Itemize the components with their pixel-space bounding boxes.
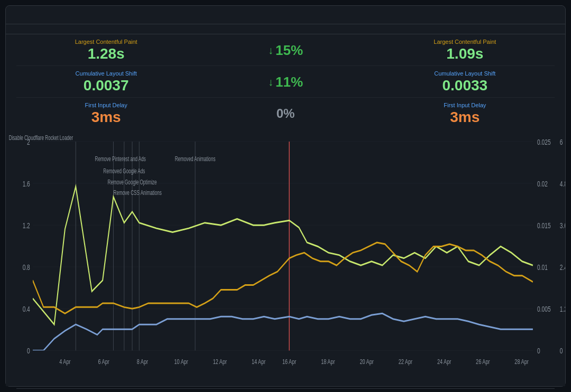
- svg-text:8 Apr: 8 Apr: [137, 358, 148, 366]
- svg-text:0: 0: [560, 347, 563, 356]
- metric-value-latest-1: 0.0033: [375, 78, 555, 94]
- metric-change-1: ↓11%: [196, 66, 375, 97]
- vitals-chart: 2 1.6 1.2 0.8 0.4 0 0.025 0.02 0.015 0.0…: [6, 134, 565, 386]
- svg-text:28 Apr: 28 Apr: [514, 358, 529, 366]
- metric-change-0: ↓15%: [196, 34, 375, 66]
- metric-row-1: Cumulative Layout Shift 0.0037 ↓11% Cumu…: [16, 66, 555, 98]
- svg-text:0.01: 0.01: [537, 263, 548, 273]
- svg-text:10 Apr: 10 Apr: [174, 358, 188, 366]
- svg-text:0: 0: [537, 347, 540, 356]
- svg-text:22 Apr: 22 Apr: [399, 358, 413, 366]
- change-column-header: [196, 30, 375, 31]
- previous-column-header: [16, 30, 196, 31]
- metric-name-prev-1: Cumulative Layout Shift: [16, 70, 196, 77]
- svg-text:1.6: 1.6: [23, 179, 30, 189]
- svg-text:0: 0: [27, 347, 30, 356]
- metric-value-prev-2: 3ms: [16, 109, 196, 126]
- svg-text:14 Apr: 14 Apr: [252, 358, 266, 366]
- svg-text:16 Apr: 16 Apr: [282, 358, 297, 366]
- metric-row-2: First Input Delay 3ms 0% First Input Del…: [16, 98, 555, 129]
- metric-previous-1: Cumulative Layout Shift 0.0037: [16, 66, 196, 97]
- svg-text:4 Apr: 4 Apr: [59, 358, 70, 366]
- metric-value-prev-1: 0.0037: [16, 78, 196, 94]
- svg-text:6 Apr: 6 Apr: [98, 358, 109, 366]
- svg-text:0.025: 0.025: [537, 137, 550, 147]
- svg-text:18 Apr: 18 Apr: [321, 358, 335, 366]
- svg-text:1.2: 1.2: [560, 305, 565, 314]
- metric-latest-1: Cumulative Layout Shift 0.0033: [375, 66, 555, 97]
- svg-text:26 Apr: 26 Apr: [476, 358, 490, 366]
- svg-text:Removed Animations: Removed Animations: [175, 156, 216, 163]
- svg-text:12 Apr: 12 Apr: [213, 358, 227, 366]
- svg-text:2.4: 2.4: [560, 263, 565, 273]
- svg-text:Remove Pinterest and Ads: Remove Pinterest and Ads: [95, 156, 146, 163]
- metric-change-2: 0%: [196, 98, 375, 129]
- metric-previous-2: First Input Delay 3ms: [16, 98, 196, 129]
- svg-text:0.015: 0.015: [537, 221, 550, 230]
- metric-value-prev-0: 1.28s: [16, 46, 196, 62]
- metric-name-latest-0: Largest Contentful Paint: [375, 39, 555, 45]
- svg-text:0.02: 0.02: [537, 179, 548, 189]
- metric-latest-0: Largest Contentful Paint 1.09s: [375, 34, 555, 66]
- svg-text:20 Apr: 20 Apr: [360, 358, 374, 366]
- svg-text:6: 6: [560, 137, 563, 147]
- svg-text:Remove Google Optimize: Remove Google Optimize: [108, 179, 157, 185]
- vitals-panel: Largest Contentful Paint 1.28s ↓15% Larg…: [5, 5, 566, 387]
- svg-text:24 Apr: 24 Apr: [437, 358, 452, 366]
- svg-text:4.8: 4.8: [560, 179, 565, 189]
- metrics-section: Largest Contentful Paint 1.28s ↓15% Larg…: [16, 34, 555, 128]
- panel-header: [16, 15, 555, 17]
- metric-name-latest-1: Cumulative Layout Shift: [375, 70, 555, 77]
- svg-text:0.4: 0.4: [23, 305, 30, 314]
- chart-area: 2 1.6 1.2 0.8 0.4 0 0.025 0.02 0.015 0.0…: [6, 128, 565, 386]
- svg-text:0.005: 0.005: [537, 305, 550, 314]
- svg-text:1.2: 1.2: [23, 221, 30, 230]
- svg-text:Disable Cloudflare Rocket Load: Disable Cloudflare Rocket Loader: [9, 135, 73, 142]
- svg-text:0.8: 0.8: [23, 263, 30, 273]
- metric-latest-2: First Input Delay 3ms: [375, 98, 555, 129]
- metric-value-latest-0: 1.09s: [375, 46, 555, 62]
- columns-header: [6, 24, 565, 34]
- chart-legend: Largest Contentful Paint (RUM) Cumulativ…: [16, 388, 555, 392]
- metric-previous-0: Largest Contentful Paint 1.28s: [16, 34, 196, 66]
- latest-column-header: [375, 30, 555, 31]
- svg-text:3.6: 3.6: [560, 221, 565, 230]
- metric-name-prev-0: Largest Contentful Paint: [16, 39, 196, 45]
- metric-name-prev-2: First Input Delay: [16, 102, 196, 108]
- svg-text:Removed Google Ads: Removed Google Ads: [103, 167, 145, 174]
- metric-value-latest-2: 3ms: [375, 109, 555, 126]
- metric-name-latest-2: First Input Delay: [375, 102, 555, 108]
- svg-text:Remove CSS Animations: Remove CSS Animations: [114, 190, 162, 197]
- metric-row-0: Largest Contentful Paint 1.28s ↓15% Larg…: [16, 34, 555, 66]
